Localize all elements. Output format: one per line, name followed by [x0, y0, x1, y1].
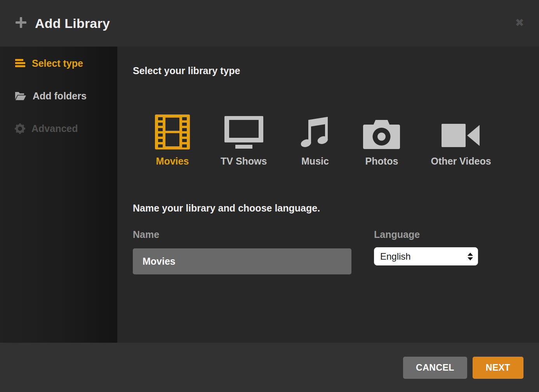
dialog-content: Select your library type — [117, 47, 539, 343]
language-field-label: Language — [374, 229, 420, 240]
music-note-icon — [297, 114, 332, 149]
folder-open-icon — [15, 91, 26, 101]
language-select[interactable]: English — [374, 247, 478, 265]
wizard-steps-sidebar: Select type Add folders — [0, 47, 117, 343]
library-type-label: TV Shows — [221, 156, 267, 167]
video-camera-icon — [442, 121, 480, 149]
library-type-photos[interactable]: Photos — [363, 114, 400, 167]
library-type-heading: Select your library type — [133, 65, 240, 76]
close-icon[interactable]: ✖ — [511, 14, 528, 31]
tv-icon — [224, 116, 263, 149]
name-field-label: Name — [133, 229, 159, 240]
library-type-label: Movies — [156, 156, 189, 167]
sidebar-item-select-type[interactable]: Select type — [0, 54, 117, 72]
dialog-header: Add Library ✖ — [0, 0, 539, 47]
cancel-button[interactable]: CANCEL — [403, 357, 467, 379]
add-library-dialog: Add Library ✖ Select type Add folders — [0, 0, 539, 392]
language-select-wrap: English — [374, 247, 478, 265]
film-strip-icon — [155, 114, 190, 149]
sidebar-item-label: Add folders — [33, 90, 87, 102]
gear-icon — [15, 123, 25, 134]
library-type-movies[interactable]: Movies — [155, 114, 190, 167]
sidebar-item-label: Advanced — [31, 123, 78, 134]
library-type-label: Other Videos — [431, 156, 491, 167]
list-icon — [15, 59, 26, 68]
sidebar-item-label: Select type — [32, 58, 83, 69]
sidebar-item-advanced: Advanced — [0, 120, 117, 137]
sidebar-item-add-folders[interactable]: Add folders — [0, 87, 117, 105]
next-button[interactable]: NEXT — [473, 357, 523, 379]
camera-icon — [363, 120, 400, 149]
library-type-tv-shows[interactable]: TV Shows — [221, 114, 267, 167]
plus-icon — [15, 16, 27, 29]
library-type-other-videos[interactable]: Other Videos — [431, 114, 491, 167]
library-type-label: Photos — [365, 156, 398, 167]
library-name-input[interactable] — [133, 248, 351, 274]
library-type-row: Movies TV Shows — [155, 114, 491, 167]
name-language-heading: Name your library and choose language. — [133, 203, 320, 214]
dialog-footer: CANCEL NEXT — [0, 343, 539, 392]
library-type-label: Music — [301, 156, 329, 167]
library-type-music[interactable]: Music — [297, 114, 332, 167]
dialog-title: Add Library — [35, 0, 110, 47]
